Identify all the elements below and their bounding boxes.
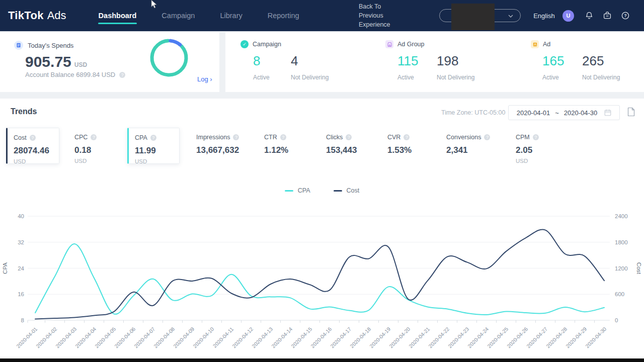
metric-cpm-value: 2.05	[516, 145, 564, 155]
bell-icon[interactable]	[585, 11, 594, 20]
legend-item-cpa[interactable]: CPA	[285, 187, 310, 194]
ctr-help-icon[interactable]: ?	[280, 134, 286, 140]
left-axis-tick-label: 32	[18, 239, 24, 245]
avatar[interactable]: U	[562, 10, 574, 22]
ad-icon	[531, 40, 539, 48]
ad-notdelivering-col[interactable]: 265 Not Delivering	[582, 53, 620, 81]
left-axis-tick-label: 8	[21, 317, 24, 323]
tab-dashboard[interactable]: Dashboard	[98, 9, 138, 22]
campaign-active-label: Active	[253, 74, 270, 81]
metric-cpa-value: 11.99	[135, 146, 179, 156]
chevron-down-icon	[508, 15, 513, 18]
campaign-active-col[interactable]: 8 Active	[253, 53, 270, 81]
tab-campaign[interactable]: Campaign	[160, 9, 196, 22]
timezone-label: Time Zone: UTC-05:00	[441, 109, 505, 116]
metric-cost-value: 28074.46	[14, 146, 59, 156]
metric-clicks-label: Clicks	[326, 134, 343, 141]
adgroup-notdelivering-col[interactable]: 198 Not Delivering	[437, 53, 474, 81]
campaign-icon: ✓	[240, 40, 249, 48]
chart-legend: CPA Cost	[0, 187, 644, 194]
cpm-help-icon[interactable]: ?	[533, 134, 539, 140]
top-nav: TikTok Ads Dashboard Campaign Library Re…	[0, 0, 644, 31]
cpa-help-icon[interactable]: ?	[150, 135, 156, 141]
left-axis-tick-label: 40	[18, 213, 24, 219]
metric-cpc-unit: USD	[74, 158, 120, 164]
metric-card-clicks[interactable]: Clicks? 153,443	[319, 128, 380, 164]
date-end: 2020-04-30	[564, 109, 598, 117]
account-balance: Account Balance 6899.84 USD ?	[25, 71, 125, 78]
bottom-bar	[0, 358, 644, 362]
account-balance-text: Account Balance 6899.84 USD	[25, 71, 115, 78]
back-link-line1: Back To Previous	[359, 2, 405, 20]
metric-card-cost[interactable]: Cost? 28074.46 USD	[6, 128, 59, 164]
help-icon[interactable]: ?	[621, 11, 630, 20]
trends-section: Trends Time Zone: UTC-05:00 2020-04-01 ~…	[0, 99, 644, 358]
ad-active-label: Active	[542, 74, 564, 81]
balance-help-icon[interactable]: ?	[119, 72, 125, 78]
metric-card-cpm[interactable]: CPM? 2.05 USD	[509, 128, 564, 164]
briefcase-icon[interactable]	[603, 11, 612, 20]
metric-clicks-value: 153,443	[326, 145, 380, 155]
tiktok-ads-logo[interactable]: TikTok Ads	[8, 9, 66, 22]
entities-card: ✓ Campaign 8 Active 4 Not Delivering Ad …	[225, 32, 644, 92]
metric-card-cvr[interactable]: CVR? 1.53%	[380, 128, 439, 164]
redaction-overlay	[451, 4, 495, 30]
adgroup-active-count: 115	[397, 53, 418, 69]
metric-cards-row: Cost? 28074.46 USD CPC? 0.18 USD CPA? 11…	[6, 128, 564, 165]
cpc-help-icon[interactable]: ?	[91, 134, 97, 140]
metric-cost-label: Cost	[14, 134, 27, 141]
legend-item-cost[interactable]: Cost	[334, 187, 360, 194]
cost-help-icon[interactable]: ?	[30, 135, 36, 141]
back-to-previous-link[interactable]: Back To Previous Experience	[359, 2, 405, 29]
campaign-active-count: 8	[253, 53, 270, 69]
x-axis-label: 2020-04-10	[192, 326, 215, 349]
language-selector[interactable]: English	[533, 12, 555, 20]
adgroup-icon	[385, 40, 393, 48]
metric-impressions-value: 13,667,632	[196, 145, 250, 155]
left-axis-tick-label: 24	[18, 265, 24, 272]
tab-library[interactable]: Library	[219, 9, 243, 22]
metric-card-cpa[interactable]: CPA? 11.99 USD	[127, 128, 180, 164]
campaign-notdelivering-col[interactable]: 4 Not Delivering	[291, 53, 329, 81]
metric-cpm-label: CPM	[516, 134, 530, 141]
right-axis-title: Cost	[636, 262, 642, 275]
adgroup-label: Ad Group	[397, 41, 425, 48]
campaign-notdelivering-count: 4	[291, 53, 329, 69]
date-range-picker[interactable]: 2020-04-01 ~ 2020-04-30	[508, 105, 620, 120]
conversions-help-icon[interactable]: ?	[484, 134, 490, 140]
metric-ctr-label: CTR	[264, 134, 277, 141]
cvr-help-icon[interactable]: ?	[404, 134, 410, 140]
log-link[interactable]: Log ›	[197, 75, 212, 83]
svg-text:?: ?	[624, 13, 626, 18]
impressions-help-icon[interactable]: ?	[233, 134, 239, 140]
metric-card-conversions[interactable]: Conversions? 2,341	[439, 128, 509, 164]
right-axis-tick-label: 0	[615, 317, 618, 323]
adgroup-active-col[interactable]: 115 Active	[397, 53, 418, 81]
spends-doc-icon	[14, 41, 23, 50]
metric-card-ctr[interactable]: CTR? 1.12%	[257, 128, 319, 164]
legend-cpa-label: CPA	[298, 187, 310, 194]
adgroup-notdelivering-label: Not Delivering	[437, 74, 474, 81]
ad-active-col[interactable]: 165 Active	[542, 53, 564, 81]
spends-value: 905.75	[25, 53, 71, 70]
adgroup-header: Ad Group	[385, 40, 425, 48]
ad-active-count: 165	[542, 53, 564, 69]
metric-cvr-value: 1.53%	[387, 145, 439, 155]
calendar-icon	[604, 109, 611, 116]
metric-cvr-label: CVR	[387, 134, 400, 141]
metric-cpc-value: 0.18	[74, 145, 120, 155]
metric-card-cpc[interactable]: CPC? 0.18 USD	[67, 128, 120, 164]
metric-cpc-label: CPC	[74, 134, 88, 141]
trends-title: Trends	[11, 107, 37, 116]
export-report-icon[interactable]	[627, 107, 635, 117]
cpa-line-swatch	[285, 190, 293, 192]
left-axis-tick-label: 16	[18, 291, 24, 297]
ad-notdelivering-label: Not Delivering	[582, 74, 620, 81]
trend-line-chart: 8162432400600120018002400CPACost2020-04-…	[0, 206, 644, 357]
right-axis-tick-label: 600	[615, 291, 624, 297]
log-link-arrow: ›	[210, 75, 212, 83]
stats-row: Today's Spends 905.75 USD Account Balanc…	[0, 31, 644, 92]
clicks-help-icon[interactable]: ?	[346, 134, 352, 140]
metric-card-impressions[interactable]: Impressions? 13,667,632	[189, 128, 250, 164]
tab-reporting[interactable]: Reporting	[267, 9, 300, 22]
